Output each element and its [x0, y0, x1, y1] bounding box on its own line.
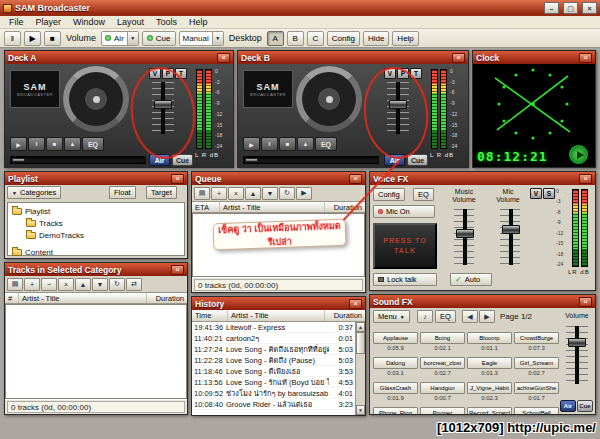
stop-button[interactable]: ■: [44, 31, 61, 46]
mic-volume-fader[interactable]: [509, 209, 513, 265]
tree-item-tracks[interactable]: Tracks: [10, 217, 182, 229]
deck-eq-button[interactable]: EQ: [315, 137, 337, 151]
lock-talk-button[interactable]: Lock talk: [373, 273, 437, 286]
deck-a-header[interactable]: Deck A ×: [5, 51, 233, 64]
soundfx-eq-button[interactable]: EQ: [435, 310, 456, 323]
voicefx-config-button[interactable]: Config: [373, 188, 405, 201]
pause-button[interactable]: ‖: [4, 31, 21, 46]
deck-platter[interactable]: [296, 66, 362, 132]
deck-stop-button[interactable]: ■: [279, 137, 296, 151]
move-up-icon[interactable]: ▲: [245, 187, 261, 200]
history-header[interactable]: History ×: [192, 297, 365, 310]
page-prev-icon[interactable]: ◀: [462, 310, 478, 323]
history-list[interactable]: 19:41:36Litewolf - Express0:37 11:40:21c…: [192, 322, 365, 410]
menu-layout[interactable]: Layout: [111, 16, 150, 28]
deck-platter[interactable]: [63, 66, 129, 132]
seek-handle[interactable]: [12, 158, 25, 162]
refresh-icon[interactable]: ↻: [109, 278, 125, 291]
menu-window[interactable]: Window: [67, 16, 111, 28]
playback-mode-dropdown[interactable]: Manual ▼: [179, 31, 224, 46]
fx-volume-knob[interactable]: [568, 338, 586, 347]
deck-seek-bar[interactable]: [243, 156, 379, 164]
list-icon[interactable]: ▤: [194, 187, 210, 200]
close-icon[interactable]: ×: [579, 174, 592, 184]
air-output-dropdown[interactable]: Air ▼: [101, 31, 139, 46]
fx-button[interactable]: GlassCrash: [373, 382, 418, 394]
desktop-c-button[interactable]: C: [307, 31, 324, 46]
deck-stop-button[interactable]: ■: [46, 137, 63, 151]
queue-header[interactable]: Queue ×: [192, 172, 365, 185]
tracks-header[interactable]: Tracks in Selected Category ×: [5, 263, 187, 276]
press-to-talk-button[interactable]: PRESS TO TALK: [373, 223, 437, 269]
scroll-up-icon[interactable]: ▲: [356, 322, 365, 332]
list-icon[interactable]: ▤: [7, 278, 23, 291]
refresh-icon[interactable]: ↻: [279, 187, 295, 200]
scroll-down-icon[interactable]: ▼: [356, 405, 365, 415]
play-next-icon[interactable]: ▶: [296, 187, 312, 200]
menu-tools[interactable]: Tools: [150, 16, 183, 28]
remove-icon[interactable]: −: [41, 278, 57, 291]
add-icon[interactable]: +: [211, 187, 227, 200]
close-icon[interactable]: ×: [217, 53, 230, 63]
seek-handle[interactable]: [245, 158, 258, 162]
deck-eject-button[interactable]: ▲: [64, 137, 81, 151]
move-down-icon[interactable]: ▼: [92, 278, 108, 291]
deck-pause-button[interactable]: ‖: [28, 137, 45, 151]
target-button[interactable]: Target: [146, 186, 177, 199]
delete-icon[interactable]: ×: [228, 187, 244, 200]
tracks-list[interactable]: [5, 304, 187, 399]
close-icon[interactable]: ×: [349, 174, 362, 184]
soundfx-menu-button[interactable]: Menu ▼: [373, 310, 410, 323]
clock-header[interactable]: Clock ×: [473, 51, 595, 64]
deck-seek-bar[interactable]: [10, 156, 146, 164]
fx-button[interactable]: Bloomp: [467, 332, 512, 344]
tree-item-demotracks[interactable]: DemoTracks: [10, 229, 182, 241]
cue-button[interactable]: Cue: [142, 31, 176, 46]
menu-help[interactable]: Help: [183, 16, 214, 28]
menu-player[interactable]: Player: [30, 16, 68, 28]
help-button[interactable]: Help: [392, 31, 418, 46]
tree-item-content[interactable]: Content: [10, 246, 182, 258]
mic-fader-knob[interactable]: [502, 225, 520, 234]
pitch-mode-button[interactable]: P: [162, 68, 174, 79]
fx-button[interactable]: borcreat_closi: [420, 357, 465, 369]
delete-icon[interactable]: ×: [58, 278, 74, 291]
music-fader-knob[interactable]: [456, 229, 474, 238]
soundfx-header[interactable]: Sound FX ×: [370, 295, 595, 308]
cue-button[interactable]: Cue: [172, 154, 193, 166]
fx-button[interactable]: Handgun: [420, 382, 465, 394]
menu-file[interactable]: File: [3, 16, 30, 28]
history-scrollbar[interactable]: ▲ ▼: [355, 322, 365, 415]
tree-item-playlist[interactable]: Playlist: [10, 205, 182, 217]
voice-button[interactable]: V: [530, 188, 542, 199]
tempo-mode-button[interactable]: T: [410, 68, 422, 79]
desktop-b-button[interactable]: B: [287, 31, 304, 46]
air-button[interactable]: Air: [384, 154, 405, 166]
fx-volume-fader[interactable]: [575, 326, 579, 384]
sound-note-icon[interactable]: ♪: [417, 310, 433, 323]
fx-button[interactable]: achineGunShe: [514, 382, 559, 394]
move-down-icon[interactable]: ▼: [262, 187, 278, 200]
close-icon[interactable]: ×: [452, 53, 465, 63]
maximize-button[interactable]: ▢: [563, 2, 578, 14]
cue-button[interactable]: Cue: [407, 154, 428, 166]
scrollbar-thumb[interactable]: [356, 332, 365, 354]
hide-button[interactable]: Hide: [363, 31, 389, 46]
shuffle-icon[interactable]: ⇄: [126, 278, 142, 291]
fx-button[interactable]: Applause: [373, 332, 418, 344]
deck-play-button[interactable]: ▶: [243, 137, 260, 151]
close-icon[interactable]: ×: [349, 299, 362, 309]
volume-mode-button[interactable]: V: [384, 68, 396, 79]
minimize-button[interactable]: –: [544, 2, 559, 14]
close-button[interactable]: ×: [582, 2, 597, 14]
add-icon[interactable]: +: [24, 278, 40, 291]
deck-pause-button[interactable]: ‖: [261, 137, 278, 151]
page-next-icon[interactable]: ▶: [479, 310, 495, 323]
tempo-mode-button[interactable]: T: [175, 68, 187, 79]
auto-button[interactable]: ✓ Auto: [450, 273, 492, 286]
fx-button[interactable]: SchoolBell: [514, 407, 559, 414]
volume-mode-button[interactable]: V: [149, 68, 161, 79]
fx-cue-button[interactable]: Cue: [577, 400, 593, 412]
fx-button[interactable]: Girl_Scream: [514, 357, 559, 369]
mic-on-button[interactable]: Mic On: [373, 205, 435, 218]
